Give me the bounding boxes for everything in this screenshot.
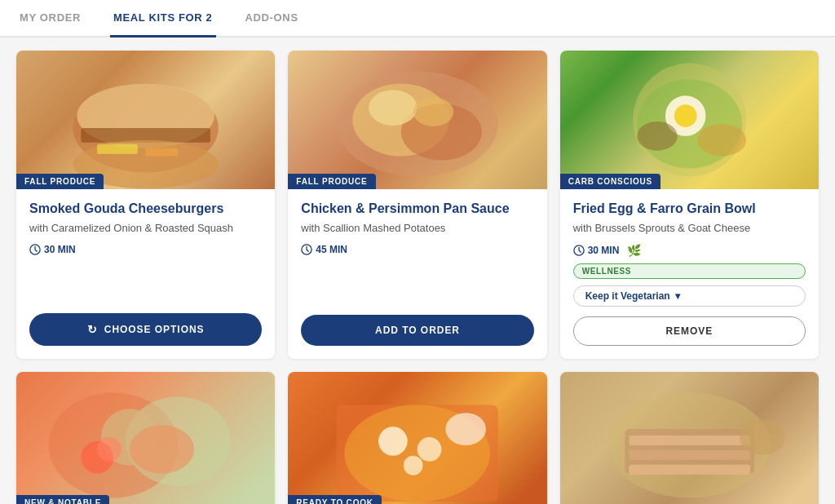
food-image-pork bbox=[560, 372, 819, 504]
card-image-smoked-gouda: FALL PRODUCE bbox=[16, 51, 275, 189]
card-title-egg: Fried Egg & Farro Grain Bowl bbox=[573, 201, 806, 218]
food-image-shrimp bbox=[16, 372, 275, 504]
add-to-order-button[interactable]: ADD TO ORDER bbox=[301, 315, 533, 346]
badge-fall-produce-2: FALL PRODUCE bbox=[288, 174, 375, 189]
svg-rect-38 bbox=[629, 465, 750, 475]
remove-button[interactable]: REMOVE bbox=[573, 316, 806, 346]
card-body-egg: Fried Egg & Farro Grain Bowl with Brusse… bbox=[560, 189, 819, 359]
svg-rect-36 bbox=[629, 435, 750, 445]
badge-carb-conscious: CARB CONSCIOUS bbox=[560, 174, 660, 189]
meal-card-shrimp: NEW & NOTABLE Shrimp Fajitas with Spiced… bbox=[16, 372, 275, 504]
clock-icon-1: 30 MIN bbox=[29, 244, 76, 255]
meal-card-pork: Glazed Pork Roast with Bok Choy & Carrot… bbox=[560, 372, 819, 504]
card-image-shrimp: NEW & NOTABLE bbox=[16, 372, 275, 504]
card-title-smoked-gouda: Smoked Gouda Cheeseburgers bbox=[29, 201, 262, 218]
card-meta-smoked-gouda: 30 MIN bbox=[29, 244, 262, 255]
svg-point-17 bbox=[697, 124, 746, 157]
chevron-down-icon: ▾ bbox=[675, 290, 680, 302]
cook-time-1: 30 MIN bbox=[44, 244, 76, 255]
meal-card-fried-egg: CARB CONSCIOUS Fried Egg & Farro Grain B… bbox=[560, 51, 819, 359]
svg-point-32 bbox=[446, 413, 487, 445]
clock-icon-3: 30 MIN bbox=[573, 245, 620, 256]
svg-point-18 bbox=[637, 122, 678, 151]
svg-rect-4 bbox=[97, 144, 138, 154]
clock-icon-2: 45 MIN bbox=[301, 244, 347, 255]
svg-point-31 bbox=[404, 456, 423, 475]
leaf-icon: 🌿 bbox=[627, 244, 641, 257]
card-body-smoked-gouda: Smoked Gouda Cheeseburgers with Carameli… bbox=[16, 189, 275, 359]
svg-point-23 bbox=[130, 425, 194, 473]
remove-label: REMOVE bbox=[665, 325, 713, 337]
variant-label: Keep it Vegetarian bbox=[585, 290, 670, 302]
choose-options-button-1[interactable]: ↻ CHOOSE OPTIONS bbox=[29, 313, 262, 346]
meal-card-chicken: FALL PRODUCE Chicken & Persimmon Pan Sau… bbox=[288, 51, 546, 359]
svg-point-29 bbox=[378, 427, 408, 456]
navigation-tabs: MY ORDER MEAL KITS FOR 2 ADD-ONS bbox=[0, 0, 835, 38]
card-image-egg: CARB CONSCIOUS bbox=[560, 51, 819, 189]
food-image-burger bbox=[16, 51, 275, 189]
svg-point-16 bbox=[674, 104, 696, 127]
variant-selector[interactable]: Keep it Vegetarian ▾ bbox=[573, 285, 806, 307]
add-to-order-label: ADD TO ORDER bbox=[375, 325, 460, 336]
card-subtitle-chicken: with Scallion Mashed Potatoes bbox=[301, 221, 533, 236]
card-meta-chicken: 45 MIN bbox=[301, 244, 533, 255]
card-subtitle-smoked-gouda: with Caramelized Onion & Roasted Squash bbox=[29, 221, 262, 236]
svg-rect-5 bbox=[146, 148, 179, 157]
main-content: FALL PRODUCE Smoked Gouda Cheeseburgers … bbox=[0, 38, 835, 504]
badge-new-notable: NEW & NOTABLE bbox=[16, 495, 109, 504]
card-image-chicken: FALL PRODUCE bbox=[288, 51, 546, 189]
meal-grid: FALL PRODUCE Smoked Gouda Cheeseburgers … bbox=[16, 51, 819, 504]
svg-point-10 bbox=[369, 90, 417, 126]
card-meta-egg: 30 MIN 🌿 bbox=[573, 244, 806, 257]
card-image-pork bbox=[560, 372, 819, 504]
card-subtitle-egg: with Brussels Sprouts & Goat Cheese bbox=[573, 221, 806, 236]
svg-point-25 bbox=[97, 437, 121, 462]
tab-meal-kits[interactable]: MEAL KITS FOR 2 bbox=[110, 0, 215, 38]
meal-card-smoked-gouda: FALL PRODUCE Smoked Gouda Cheeseburgers … bbox=[16, 51, 275, 359]
food-image-chicken bbox=[288, 51, 546, 189]
svg-point-11 bbox=[413, 97, 454, 126]
svg-point-39 bbox=[740, 419, 785, 455]
food-image-curry bbox=[288, 372, 546, 504]
food-image-egg bbox=[560, 51, 819, 189]
choose-options-label-1: CHOOSE OPTIONS bbox=[104, 324, 205, 335]
wellness-badge: WELLNESS bbox=[573, 263, 806, 279]
cook-time-2: 45 MIN bbox=[316, 244, 347, 255]
cycle-icon-1: ↻ bbox=[87, 323, 98, 336]
svg-rect-37 bbox=[629, 450, 750, 460]
svg-point-30 bbox=[418, 437, 442, 462]
meal-card-curry: READY TO COOK Paneer & Chickpea Curry wi… bbox=[288, 372, 546, 504]
card-title-chicken: Chicken & Persimmon Pan Sauce bbox=[301, 201, 533, 218]
card-image-curry: READY TO COOK bbox=[288, 372, 546, 504]
badge-fall-produce-1: FALL PRODUCE bbox=[16, 174, 104, 189]
cook-time-3: 30 MIN bbox=[588, 245, 620, 256]
card-body-chicken: Chicken & Persimmon Pan Sauce with Scall… bbox=[288, 189, 546, 359]
tab-my-order[interactable]: MY ORDER bbox=[16, 0, 84, 38]
tab-add-ons[interactable]: ADD-ONS bbox=[242, 0, 302, 38]
badge-ready-to-cook: READY TO COOK bbox=[288, 495, 382, 504]
